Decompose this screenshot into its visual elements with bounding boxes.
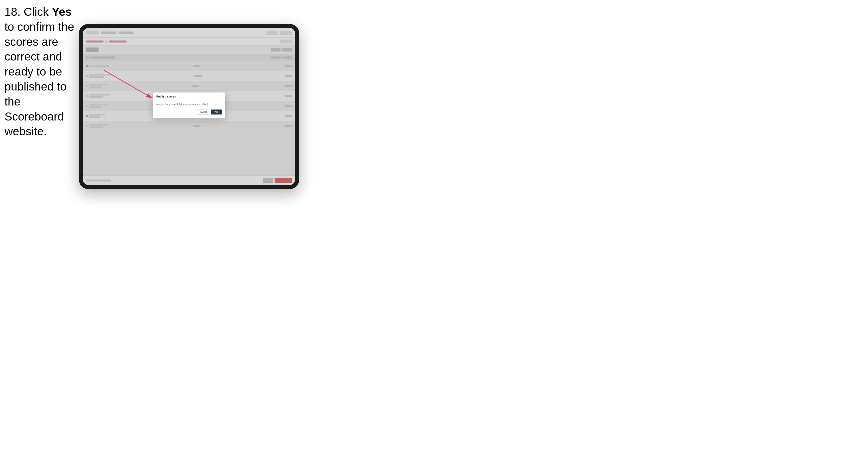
cancel-button[interactable]: Cancel — [197, 110, 209, 115]
publish-scores-dialog[interactable]: Publish scores × Are you ready to publis… — [153, 93, 225, 118]
bold-yes: Yes — [52, 5, 71, 18]
modal-body: Are you ready to publish these scores to… — [153, 100, 225, 118]
modal-close-button[interactable]: × — [220, 95, 222, 98]
modal-title: Publish scores — [156, 95, 176, 98]
modal-message: Are you ready to publish these scores to… — [156, 103, 222, 106]
step-number: 18. — [4, 5, 21, 18]
text-after: to confirm the scores are correct and re… — [4, 20, 74, 138]
instruction-text: 18. Click Yes to confirm the scores are … — [4, 4, 77, 139]
modal-overlay: Publish scores × Are you ready to publis… — [83, 28, 295, 185]
tablet-device: Publish scores × Are you ready to publis… — [79, 24, 299, 189]
yes-button[interactable]: Yes — [211, 110, 222, 115]
tablet-screen: Publish scores × Are you ready to publis… — [83, 28, 295, 185]
modal-actions: Cancel Yes — [156, 110, 222, 115]
modal-header: Publish scores × — [153, 93, 225, 100]
text-before-bold: Click — [21, 5, 52, 18]
